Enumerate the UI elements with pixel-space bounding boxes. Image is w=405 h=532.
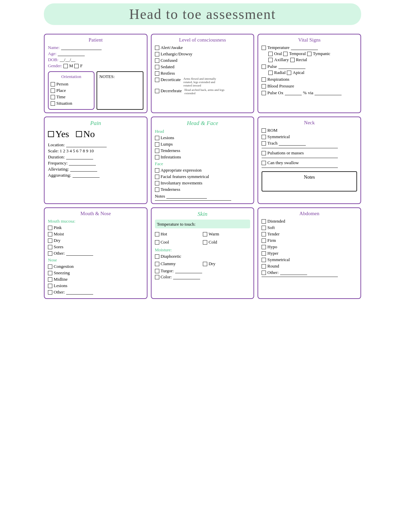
neck-title: Neck xyxy=(262,120,357,126)
orient-place: Place xyxy=(51,88,92,93)
percent-label: % xyxy=(303,90,307,96)
face-involuntary: Involuntary movements xyxy=(155,180,250,186)
temporal-label: Temporal xyxy=(289,51,306,56)
mouth-other-field[interactable] xyxy=(66,251,93,256)
skin-color-row: Color: xyxy=(155,274,250,280)
notes-content[interactable] xyxy=(99,81,140,104)
pain-aggrav-label: Aggravating: xyxy=(48,173,71,178)
loc-sedated: Sedated xyxy=(155,64,250,70)
pain-allev-row: Alleviating: xyxy=(48,167,143,172)
gender-m-cb[interactable] xyxy=(63,64,68,68)
page-title: Head to toe assessment xyxy=(44,3,361,25)
neck-symmetrical: Symmetrical xyxy=(262,134,357,140)
loc-lethargic: Lethargic/Drowsy xyxy=(155,51,250,57)
pain-yes-no: Yes No xyxy=(48,129,143,140)
mouth-sores: Sores xyxy=(48,244,143,250)
mouth-pink: Pink xyxy=(48,225,143,230)
head-face-notes-field[interactable] xyxy=(166,194,207,199)
pain-aggrav-field[interactable] xyxy=(73,173,100,178)
pulse-ox-row: Pulse Ox % via xyxy=(262,90,357,96)
abdomen-other-row: Other: xyxy=(262,270,357,275)
orient-situation: Situation xyxy=(51,101,92,106)
via-field[interactable] xyxy=(315,91,342,95)
resp-row: Respirations xyxy=(262,77,357,82)
patient-age-row: Age: xyxy=(48,51,143,56)
orientation-title: Orientation xyxy=(51,74,92,79)
tympanic-label: Tympanic xyxy=(313,51,330,56)
neck-notes-box: Notes xyxy=(262,171,357,192)
nose-other-field[interactable] xyxy=(66,290,93,295)
nose-other-row: Other: xyxy=(48,289,143,295)
temp-type-row: Oral Temporal Tympanic xyxy=(262,51,357,56)
abdomen-box: Abdomen Distended Soft Tender Firm Hypo … xyxy=(258,207,361,299)
nose-sneezing: Sneezing xyxy=(48,270,143,276)
patient-gender-row: Gender: M F xyxy=(48,63,143,69)
skin-cool: Cool xyxy=(155,239,202,245)
temp-row: Temperature xyxy=(262,45,357,50)
abdomen-distended: Distended xyxy=(262,219,357,224)
loc-restless: Restless xyxy=(155,71,250,76)
temp-field[interactable] xyxy=(291,45,318,50)
pain-title: Pain xyxy=(48,120,143,127)
face-symmetrical: Facial features symmetrical xyxy=(155,174,250,179)
mouth-mucosa-label: Mouth mucosa: xyxy=(48,219,143,224)
head-lumps: Lumps xyxy=(155,142,250,147)
axillary-label: Axillary xyxy=(274,57,289,62)
pain-allev-field[interactable] xyxy=(70,167,97,172)
neck-divider2 xyxy=(262,158,338,158)
abdomen-tender: Tender xyxy=(262,231,357,237)
apical-label: Apical xyxy=(293,70,304,75)
pain-allev-label: Alleviating: xyxy=(48,167,69,172)
nose-congestion: Congestion xyxy=(48,264,143,269)
skin-title: Skin xyxy=(155,211,250,218)
skin-cold: Cold xyxy=(203,239,250,245)
pain-duration-field[interactable] xyxy=(66,155,93,159)
orient-time: Time xyxy=(51,94,92,100)
name-field[interactable] xyxy=(61,45,102,50)
neck-divider1 xyxy=(262,148,338,148)
via-label: via xyxy=(308,90,313,96)
pain-yes-cb[interactable] xyxy=(48,131,54,137)
pain-no-label: No xyxy=(83,129,95,140)
pulse-row: Pulse xyxy=(262,64,357,69)
pain-yes-label: Yes xyxy=(55,129,69,140)
pain-duration-row: Duration: xyxy=(48,154,143,160)
pain-no-cb[interactable] xyxy=(76,131,82,137)
face-expression: Appropriate expression xyxy=(155,168,250,173)
mouth-dry: Dry xyxy=(48,238,143,243)
neck-swallow-label: Can they swallow xyxy=(267,160,299,166)
neck-notes-title: Notes xyxy=(266,175,353,180)
pain-freq-row: Frequency: xyxy=(48,160,143,166)
abdomen-soft: Soft xyxy=(262,225,357,230)
neck-pulsations-label: Pulsations or masses xyxy=(267,150,304,156)
loc-title: Level of consciousness xyxy=(155,37,250,43)
pain-duration-label: Duration: xyxy=(48,154,65,160)
dob-label: DOB: xyxy=(48,57,58,62)
patient-dob-row: DOB: __/__/__ xyxy=(48,57,143,62)
loc-decerebrate: Decerebrate Head arched back, arms and l… xyxy=(155,88,250,95)
skin-temp-grid: Hot Warm Cool Cold xyxy=(155,230,250,246)
gender-f-cb[interactable] xyxy=(74,64,79,68)
notes-label: NOTES: xyxy=(99,74,140,79)
skin-color-field[interactable] xyxy=(173,275,200,279)
abdomen-hyper: Hyper xyxy=(262,251,357,256)
loc-confused: Confused xyxy=(155,58,250,63)
skin-turgor-field[interactable] xyxy=(175,269,202,273)
abdomen-other-field[interactable] xyxy=(280,270,307,275)
neck-divider3 xyxy=(262,168,338,168)
loc-alert: Alert/Awake xyxy=(155,45,250,50)
pulse-ox-field[interactable] xyxy=(285,91,302,95)
patient-notes-box: NOTES: xyxy=(97,71,143,110)
head-section-label: Head xyxy=(155,129,250,134)
orient-person: Person xyxy=(51,81,92,87)
neck-trach-field[interactable] xyxy=(279,141,306,146)
pain-scale-row: Scale: 1 2 3 4 5 6 7 8 9 10 xyxy=(48,148,143,154)
age-field[interactable] xyxy=(58,51,85,56)
decorticate-note: Arms flexed and internally rotated, legs… xyxy=(184,77,224,87)
pain-freq-field[interactable] xyxy=(69,161,96,166)
name-label: Name: xyxy=(48,45,60,50)
pain-location-field[interactable] xyxy=(66,143,107,147)
neck-box: Neck ROM Symmetrical Trach Pulsations or… xyxy=(258,117,361,204)
pulse-field[interactable] xyxy=(278,64,305,69)
head-face-notes-row: Notes xyxy=(155,194,250,199)
